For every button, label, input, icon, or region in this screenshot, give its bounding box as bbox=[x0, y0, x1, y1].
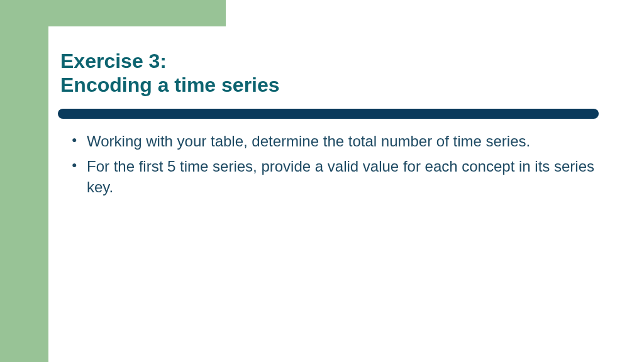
top-block-decoration bbox=[48, 0, 226, 26]
slide-content: Exercise 3: Encoding a time series Worki… bbox=[60, 49, 614, 202]
bullet-list: Working with your table, determine the t… bbox=[60, 131, 614, 197]
title-separator bbox=[58, 109, 599, 119]
sidebar-decoration bbox=[0, 0, 48, 362]
bullet-item: Working with your table, determine the t… bbox=[72, 131, 614, 151]
bullet-item: For the first 5 time series, provide a v… bbox=[72, 156, 614, 197]
title-line-2: Encoding a time series bbox=[60, 73, 614, 97]
title-line-1: Exercise 3: bbox=[60, 49, 614, 73]
